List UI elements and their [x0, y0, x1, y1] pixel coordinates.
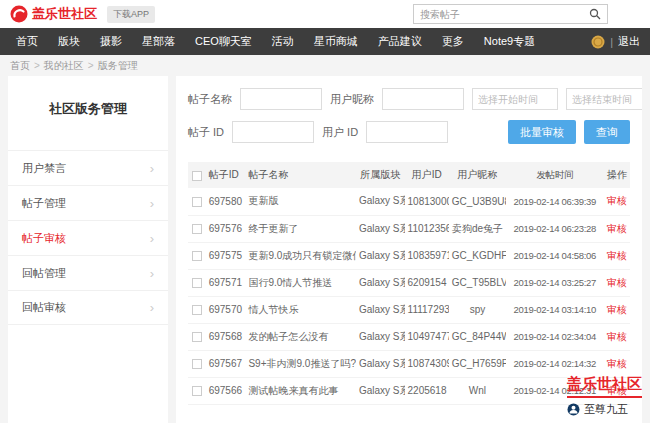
review-action-link[interactable]: 审核 — [607, 195, 627, 206]
start-time-input[interactable] — [472, 88, 558, 110]
row-checkbox-cell — [188, 188, 206, 215]
watermark-user: 至尊九五 — [567, 402, 642, 417]
table-row: 697571国行9.0情人节推送Galaxy S系列6209154GC_T95B… — [188, 269, 630, 296]
nickname-cell: spy — [449, 296, 506, 323]
row-checkbox[interactable] — [192, 278, 202, 288]
sidebar-item-1[interactable]: 用户禁言› — [8, 150, 168, 185]
board-cell: Galaxy S系列 — [356, 377, 405, 404]
post-name-input[interactable] — [240, 88, 322, 110]
row-checkbox[interactable] — [192, 386, 202, 396]
post-title-cell: 国行9.0情人节推送 — [245, 269, 356, 296]
post-id-cell: 697570 — [206, 296, 246, 323]
chevron-right-icon: › — [150, 266, 154, 281]
post-title-cell: 情人节快乐 — [245, 296, 356, 323]
sidebar-item-2[interactable]: 帖子管理› — [8, 185, 168, 220]
time-cell: 2019-02-14 03:25:27 — [506, 269, 603, 296]
post-id-input[interactable] — [232, 121, 314, 143]
user-id-cell: 11117293 — [405, 296, 449, 323]
row-checkbox[interactable] — [192, 305, 202, 315]
nav-item-3[interactable]: 摄影 — [90, 28, 132, 55]
row-checkbox[interactable] — [192, 197, 202, 207]
logout-link[interactable]: 退出 — [618, 34, 640, 49]
sidebar-item-5[interactable]: 回帖审核› — [8, 290, 168, 325]
board-cell: Galaxy S系列 — [356, 350, 405, 377]
review-action-link[interactable]: 审核 — [607, 331, 627, 342]
page: 盖乐世社区 下载APP 首页版块摄影星部落CEO聊天室活动星币商城产品建议更多N… — [0, 0, 650, 423]
user-id-cell: 6209154 — [405, 269, 449, 296]
watermark-logo-text: 盖乐世社区 — [567, 375, 642, 398]
review-action-link[interactable]: 审核 — [607, 223, 627, 234]
review-action-link[interactable]: 审核 — [607, 358, 627, 369]
search-icon[interactable] — [583, 8, 607, 20]
top-header-left: 盖乐世社区 下载APP — [10, 5, 155, 23]
table-header-row: 帖子ID帖子名称所属版块用户ID用户昵称发帖时间操作 — [188, 162, 630, 188]
nav-item-5[interactable]: CEO聊天室 — [185, 28, 262, 55]
chevron-right-icon: › — [150, 196, 154, 211]
table-row: 697570情人节快乐Galaxy S系列11117293spy2019-02-… — [188, 296, 630, 323]
user-medal-icon[interactable] — [591, 35, 605, 49]
user-id-label: 用户 ID — [322, 125, 358, 140]
breadcrumb-separator: > — [88, 60, 94, 71]
download-app-button[interactable]: 下载APP — [107, 6, 155, 23]
user-id-input[interactable] — [366, 121, 448, 143]
nickname-cell: Wnl — [449, 377, 506, 404]
site-logo-text: 盖乐世社区 — [32, 5, 97, 23]
sidebar-item-3[interactable]: 帖子审核› — [8, 220, 168, 255]
select-all-checkbox[interactable] — [192, 171, 202, 181]
post-id-cell: 697576 — [206, 215, 246, 242]
content: 社区版务管理 用户禁言›帖子管理›帖子审核›回帖管理›回帖审核› 帖子名称 用户… — [0, 76, 650, 423]
review-action-link[interactable]: 审核 — [607, 304, 627, 315]
action-cell: 审核 — [603, 296, 630, 323]
query-button[interactable]: 查询 — [584, 120, 630, 144]
row-checkbox[interactable] — [192, 332, 202, 342]
sidebar: 社区版务管理 用户禁言›帖子管理›帖子审核›回帖管理›回帖审核› — [8, 76, 168, 423]
row-checkbox[interactable] — [192, 251, 202, 261]
nickname-label: 用户昵称 — [330, 92, 374, 107]
filter-row-2: 帖子 ID 用户 ID 批量审核 查询 — [188, 120, 630, 144]
board-cell: Galaxy S系列 — [356, 296, 405, 323]
row-checkbox[interactable] — [192, 359, 202, 369]
breadcrumb-item-2[interactable]: 我的社区 — [44, 60, 84, 71]
nav-item-8[interactable]: 产品建议 — [368, 28, 432, 55]
table-body: 697580更新版Galaxy S系列10813000GC_U3B9U8L201… — [188, 188, 630, 404]
end-time-input[interactable] — [566, 88, 642, 110]
sidebar-item-4[interactable]: 回帖管理› — [8, 255, 168, 290]
nav-item-7[interactable]: 星币商城 — [304, 28, 368, 55]
action-cell: 审核 — [603, 350, 630, 377]
review-action-link[interactable]: 审核 — [607, 277, 627, 288]
table-row: 697580更新版Galaxy S系列10813000GC_U3B9U8L201… — [188, 188, 630, 215]
row-checkbox[interactable] — [192, 224, 202, 234]
nav-item-6[interactable]: 活动 — [262, 28, 304, 55]
batch-review-button[interactable]: 批量审核 — [508, 120, 576, 144]
site-logo[interactable]: 盖乐世社区 — [10, 5, 97, 23]
chevron-right-icon: › — [150, 300, 154, 315]
action-cell: 审核 — [603, 215, 630, 242]
filter-row-1: 帖子名称 用户昵称 — [188, 88, 630, 110]
chevron-right-icon: › — [150, 231, 154, 246]
user-id-cell: 10874309 — [405, 350, 449, 377]
nickname-cell: GC_84P44W6D — [449, 323, 506, 350]
nav-item-9[interactable]: 更多 — [432, 28, 474, 55]
nav-item-1[interactable]: 首页 — [6, 28, 48, 55]
posts-table: 帖子ID帖子名称所属版块用户ID用户昵称发帖时间操作 697580更新版Gala… — [188, 162, 630, 405]
time-cell: 2019-02-14 04:58:06 — [506, 242, 603, 269]
review-action-link[interactable]: 审核 — [607, 250, 627, 261]
user-id-cell: 2205618 — [405, 377, 449, 404]
column-header-2: 帖子名称 — [245, 162, 356, 188]
time-cell: 2019-02-14 02:34:04 — [506, 323, 603, 350]
post-id-cell: 697567 — [206, 350, 246, 377]
search-input[interactable] — [414, 9, 583, 20]
nav-item-2[interactable]: 版块 — [48, 28, 90, 55]
breadcrumb-item-1[interactable]: 首页 — [10, 60, 30, 71]
breadcrumb-item-3: 版务管理 — [98, 60, 138, 71]
nav-item-10[interactable]: Note9专题 — [474, 28, 545, 55]
nav-separator: | — [610, 36, 613, 48]
board-cell: Galaxy S系列 — [356, 188, 405, 215]
nav-item-4[interactable]: 星部落 — [132, 28, 185, 55]
row-checkbox-cell — [188, 377, 206, 404]
nickname-input[interactable] — [382, 88, 464, 110]
nickname-cell: GC_T95BLVM — [449, 269, 506, 296]
column-header-7: 操作 — [603, 162, 630, 188]
post-id-label: 帖子 ID — [188, 125, 224, 140]
action-cell: 审核 — [603, 323, 630, 350]
